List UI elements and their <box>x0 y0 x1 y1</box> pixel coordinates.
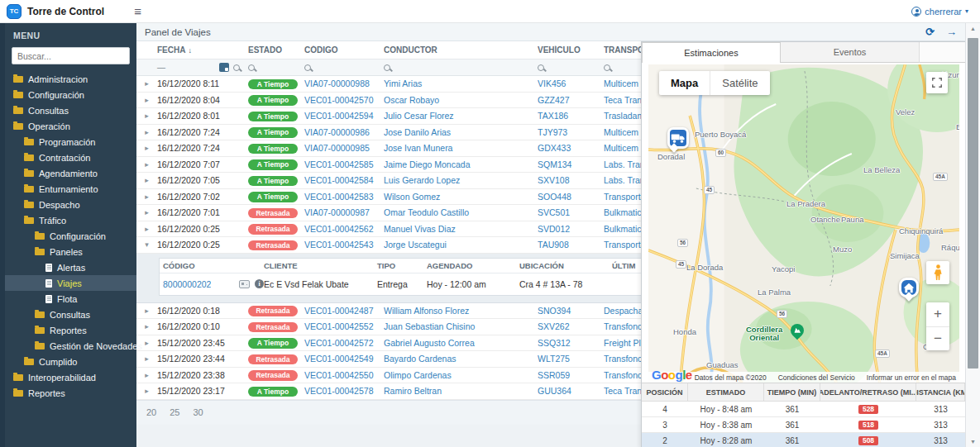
trip-driver[interactable]: Jaime Diego Moncada <box>384 159 538 169</box>
sidebar-item-paneles[interactable]: Paneles <box>5 244 136 259</box>
trip-driver[interactable]: Jose Ivan Munera <box>384 143 538 153</box>
trip-code[interactable]: VEC01-00042585 <box>304 159 384 169</box>
sidebar-item-gesti-n-de-novedades[interactable]: Gestión de Novedades <box>5 338 136 354</box>
expand-arrow-icon[interactable]: ▸ <box>136 307 157 315</box>
hamburger-menu-icon[interactable]: ≡ <box>134 4 141 18</box>
trip-vehicle[interactable]: WLT275 <box>538 354 604 364</box>
column-header-conductor[interactable]: CONDUCTOR <box>384 45 538 55</box>
sidebar-item-cumplido[interactable]: Cumplido <box>5 354 136 369</box>
expand-arrow-icon[interactable]: ▸ <box>136 176 157 184</box>
column-header-vehículo[interactable]: VEHÍCULO <box>538 45 604 55</box>
calendar-icon[interactable] <box>219 63 229 72</box>
sidebar-item-flota[interactable]: Flota <box>5 291 136 307</box>
expand-arrow-icon[interactable]: ▸ <box>136 371 157 379</box>
expand-arrow-icon[interactable]: ▸ <box>136 112 157 120</box>
estimation-row[interactable]: 4Hoy - 8:48 am361528313 <box>642 402 965 417</box>
refresh-icon[interactable]: ⟳ <box>925 26 935 38</box>
expand-arrow-icon[interactable]: ▸ <box>136 128 157 136</box>
expand-arrow-icon[interactable]: ▸ <box>136 354 157 363</box>
satellite-button[interactable]: Satélite <box>710 71 769 95</box>
report-error-link[interactable]: Informar un error en el mapa <box>867 373 956 382</box>
id-card-icon[interactable] <box>239 280 250 288</box>
home-marker[interactable] <box>899 278 919 300</box>
trip-vehicle[interactable]: SOO448 <box>538 192 604 202</box>
trip-code[interactable]: VEC01-00042594 <box>304 111 384 121</box>
user-menu[interactable]: cherrerar ▾ <box>911 7 968 17</box>
trip-vehicle[interactable]: TAU908 <box>538 240 604 250</box>
sidebar-item-despacho[interactable]: Despacho <box>5 197 136 212</box>
expand-arrow-icon[interactable]: ▸ <box>136 96 157 104</box>
google-map[interactable]: LandázuriVelezBarbosMoniPuerto BoyacáDor… <box>648 64 959 383</box>
trip-code[interactable]: VEC01-00042562 <box>304 224 384 234</box>
sidebar-item-administracion[interactable]: Administracion <box>5 71 136 87</box>
column-header-estado[interactable]: ESTADO <box>248 45 304 55</box>
filter-operator-icon[interactable]: — <box>157 63 165 72</box>
trip-driver[interactable]: William Alfonso Florez <box>384 306 538 316</box>
trip-code[interactable]: VEC01-00042583 <box>304 192 384 202</box>
trip-code[interactable]: VEC01-00042549 <box>304 354 384 364</box>
fullscreen-icon[interactable] <box>926 72 948 93</box>
trip-code[interactable]: VEC01-00042584 <box>304 175 384 185</box>
expand-arrow-icon[interactable]: ▸ <box>136 387 157 395</box>
column-header-código[interactable]: CÓDIGO <box>304 45 384 55</box>
page-size-option[interactable]: 20 <box>146 407 156 417</box>
terms-link[interactable]: Condiciones del Servicio <box>778 373 855 382</box>
stop-code-link[interactable]: 8000000202 <box>163 279 211 289</box>
trip-vehicle[interactable]: SVD012 <box>538 224 604 234</box>
trip-code[interactable]: VEC01-00042570 <box>304 95 384 105</box>
trip-code[interactable]: VIA07-00000987 <box>304 207 384 217</box>
trip-driver[interactable]: Omar Teodulo Castillo <box>384 207 538 217</box>
sidebar-item-operaci-n[interactable]: Operación <box>5 118 136 134</box>
trip-driver[interactable]: Oscar Robayo <box>384 95 538 105</box>
trip-vehicle[interactable]: SNO394 <box>538 306 604 316</box>
expand-arrow-icon[interactable]: ▸ <box>136 193 157 201</box>
page-size-option[interactable]: 25 <box>170 407 179 417</box>
trip-vehicle[interactable]: TJY973 <box>538 127 604 137</box>
trip-vehicle[interactable]: GZZ427 <box>538 95 604 105</box>
scroll-up-icon[interactable]: ▲ <box>966 26 980 31</box>
trip-code[interactable]: VEC01-00042578 <box>304 386 384 396</box>
sidebar-item-consultas[interactable]: Consultas <box>5 102 136 118</box>
trip-driver[interactable]: Luis Gerardo Lopez <box>384 175 538 185</box>
sidebar-item-contrataci-n[interactable]: Contratación <box>5 150 136 165</box>
trip-code[interactable]: VIA07-00000986 <box>304 127 384 137</box>
trip-vehicle[interactable]: SSR059 <box>538 370 604 380</box>
trip-driver[interactable]: Wilson Gomez <box>384 192 538 202</box>
trip-driver[interactable]: Ramiro Beltran <box>384 386 538 396</box>
trip-vehicle[interactable]: GDX433 <box>538 143 604 153</box>
trip-vehicle[interactable]: SQM134 <box>538 159 604 169</box>
zoom-in-button[interactable]: + <box>926 302 949 327</box>
sidebar-item-consultas[interactable]: Consultas <box>5 307 136 322</box>
sidebar-item-agendamiento[interactable]: Agendamiento <box>5 165 136 181</box>
trip-code[interactable]: VIA07-00000988 <box>304 78 384 88</box>
expand-arrow-icon[interactable]: ▸ <box>136 160 157 169</box>
truck-marker[interactable] <box>667 127 689 151</box>
scrollbar-thumb[interactable] <box>968 38 978 369</box>
trip-driver[interactable]: Olimpo Cardenas <box>384 370 538 380</box>
conductor-filter-cell[interactable] <box>384 64 538 71</box>
expand-arrow-icon[interactable]: ▸ <box>136 79 157 88</box>
estimation-row[interactable]: 2Hoy - 8:28 am361508313 <box>642 433 965 447</box>
trip-vehicle[interactable]: VIK456 <box>538 78 604 88</box>
trip-code[interactable]: VIA07-00000985 <box>304 143 384 153</box>
scroll-down-icon[interactable]: ▼ <box>966 439 980 445</box>
trip-vehicle[interactable]: SVC501 <box>538 207 604 217</box>
codigo-filter-cell[interactable] <box>304 64 384 71</box>
sidebar-item-tr-fico[interactable]: Tráfico <box>5 212 136 228</box>
sidebar-item-viajes[interactable]: Viajes <box>5 275 136 291</box>
sidebar-item-programaci-n[interactable]: Programación <box>5 134 136 150</box>
trip-code[interactable]: VEC01-00042487 <box>304 306 384 316</box>
estimation-row[interactable]: 3Hoy - 8:38 am361518313 <box>642 417 965 433</box>
trip-vehicle[interactable]: SXV108 <box>538 175 604 185</box>
expand-arrow-icon[interactable]: ▸ <box>136 225 157 233</box>
collapse-arrow-icon[interactable]: ▾ <box>136 240 157 249</box>
trip-code[interactable]: VEC01-00042543 <box>304 240 384 250</box>
zoom-out-button[interactable]: − <box>926 327 949 351</box>
expand-arrow-icon[interactable]: ▸ <box>136 144 157 152</box>
trip-code[interactable]: VEC01-00042550 <box>304 370 384 380</box>
trip-vehicle[interactable]: GUU364 <box>538 386 604 396</box>
trip-code[interactable]: VEC01-00042552 <box>304 321 384 331</box>
export-arrow-icon[interactable]: → <box>946 26 957 38</box>
map-button[interactable]: Mapa <box>659 71 710 95</box>
trip-driver[interactable]: Jorge Uscategui <box>384 240 538 250</box>
